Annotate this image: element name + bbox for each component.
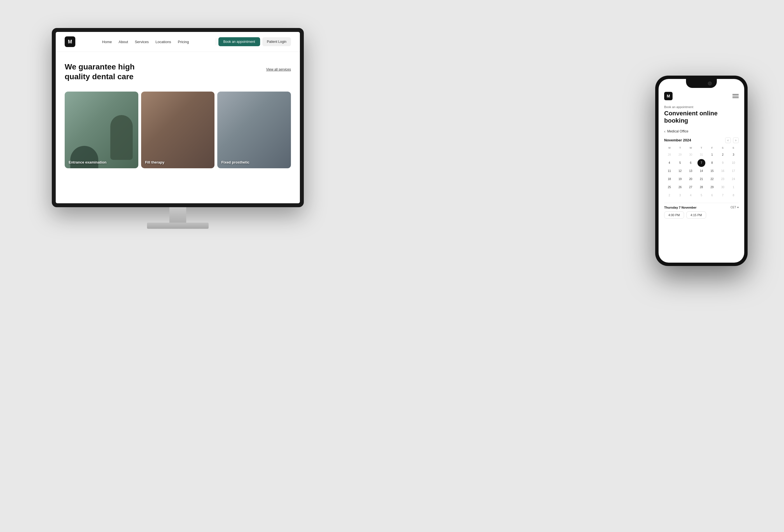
time-slots-container: 4:00 PM4:15 PM	[664, 212, 739, 219]
cal-cell-w5-d0: 2	[666, 192, 673, 199]
hero-title: We guarantee high quality dental care	[65, 62, 154, 82]
calendar-grid: 2829303112345678910111213141516171819202…	[664, 151, 739, 199]
calendar-navigation: ‹ ›	[725, 138, 739, 143]
nav-locations[interactable]: Locations	[156, 40, 171, 44]
nav-home[interactable]: Home	[102, 40, 112, 44]
cal-cell-w4-d2[interactable]: 27	[687, 184, 695, 191]
cal-cell-w1-d0[interactable]: 4	[666, 159, 673, 167]
calendar-header: November 2024 ‹ ›	[664, 138, 739, 143]
day-label-sat: S	[717, 146, 728, 150]
monitor-screen: M Home About Services Locations Pricing …	[56, 32, 300, 203]
phone-main-title: Convenient online booking	[664, 110, 739, 124]
back-chevron-icon: ‹	[664, 129, 666, 134]
service-card-prosthetic[interactable]: Fixed prosthetic	[217, 91, 291, 168]
service-card-examination[interactable]: Entrance examination	[65, 91, 138, 168]
phone-back-nav[interactable]: ‹ Medical Office	[664, 129, 739, 134]
service-cards-section: Entrance examination Fill therapy Fixed …	[56, 87, 300, 168]
cal-cell-w2-d1[interactable]: 12	[676, 167, 684, 175]
nav-services[interactable]: Services	[135, 40, 149, 44]
doctor-silhouette	[110, 115, 133, 160]
website-nav: M Home About Services Locations Pricing …	[56, 32, 300, 52]
card-inner-prosthetic	[217, 91, 291, 168]
nav-buttons: Book an appointment Patient Login	[216, 37, 291, 46]
cal-cell-w3-d3[interactable]: 21	[698, 175, 705, 183]
time-slot-1[interactable]: 4:15 PM	[686, 212, 706, 219]
cal-cell-w2-d3[interactable]: 14	[698, 167, 705, 175]
monitor-stand-neck	[169, 207, 186, 223]
cal-cell-w1-d4[interactable]: 8	[708, 159, 716, 167]
selected-date-label: Thursday 7 November	[664, 206, 697, 209]
calendar-month-label: November 2024	[664, 138, 691, 142]
service-card-label-2: Fixed prosthetic	[221, 160, 249, 164]
timezone-value: CET	[730, 206, 736, 209]
day-label-fri: F	[707, 146, 717, 150]
time-slot-0[interactable]: 4:00 PM	[664, 212, 684, 219]
calendar: November 2024 ‹ › M T W T F S S	[664, 138, 739, 199]
hamburger-menu[interactable]	[732, 94, 739, 98]
calendar-prev-button[interactable]: ‹	[725, 138, 731, 143]
back-nav-label: Medical Office	[667, 129, 689, 133]
cal-cell-w2-d0[interactable]: 11	[666, 167, 673, 175]
cal-cell-w4-d4[interactable]: 29	[708, 184, 716, 191]
view-all-services-link[interactable]: View all services	[266, 67, 291, 72]
patient-login-button[interactable]: Patient Login	[262, 37, 291, 46]
cal-cell-w1-d2[interactable]: 6	[687, 159, 695, 167]
cal-cell-w0-d5[interactable]: 2	[719, 151, 727, 159]
cal-cell-w1-d1[interactable]: 5	[676, 159, 684, 167]
book-appointment-button[interactable]: Book an appointment	[218, 37, 260, 46]
cal-cell-w5-d5: 7	[719, 192, 727, 199]
monitor-frame: M Home About Services Locations Pricing …	[52, 28, 304, 207]
cal-cell-w4-d0[interactable]: 25	[666, 184, 673, 191]
monitor-display: M Home About Services Locations Pricing …	[52, 28, 304, 230]
nav-pricing[interactable]: Pricing	[178, 40, 189, 44]
cal-cell-w2-d2[interactable]: 13	[687, 167, 695, 175]
phone-top-bar: M	[664, 91, 739, 100]
day-label-wed: W	[685, 146, 696, 150]
cal-cell-w1-d3[interactable]: 7	[698, 159, 705, 167]
cal-cell-w0-d0: 28	[666, 151, 673, 159]
service-card-therapy[interactable]: Fill therapy	[141, 91, 215, 168]
cal-cell-w0-d2: 30	[687, 151, 695, 159]
day-label-tue: T	[675, 146, 685, 150]
cal-cell-w4-d5: 30	[719, 184, 727, 191]
cal-cell-w4-d3[interactable]: 28	[698, 184, 705, 191]
phone-frame: M Book an appointment Convenient online …	[655, 76, 748, 266]
phone-booking-label: Book an appointment	[664, 105, 739, 109]
cal-cell-w0-d6[interactable]: 3	[729, 151, 737, 159]
cal-cell-w5-d2: 4	[687, 192, 695, 199]
cal-cell-w5-d6: 8	[729, 192, 737, 199]
card-inner-examination	[65, 91, 138, 168]
cal-cell-w5-d4: 6	[708, 192, 716, 199]
calendar-days-header: M T W T F S S	[664, 146, 739, 150]
cal-cell-w4-d6: 1	[729, 184, 737, 191]
cal-cell-w3-d2[interactable]: 20	[687, 175, 695, 183]
patient-silhouette	[70, 146, 98, 168]
cal-cell-w1-d5: 9	[719, 159, 727, 167]
nav-about[interactable]: About	[118, 40, 128, 44]
cal-cell-w3-d5: 23	[719, 175, 727, 183]
website-logo: M	[65, 36, 75, 47]
monitor-stand-base	[147, 223, 208, 229]
day-label-mon: M	[664, 146, 675, 150]
nav-divider	[216, 38, 216, 45]
day-label-sun: S	[728, 146, 739, 150]
service-card-label-1: Fill therapy	[145, 160, 164, 164]
cal-cell-w2-d4[interactable]: 15	[708, 167, 716, 175]
card-inner-therapy	[141, 91, 215, 168]
day-label-thu: T	[696, 146, 707, 150]
cal-cell-w3-d0[interactable]: 18	[666, 175, 673, 183]
calendar-next-button[interactable]: ›	[733, 138, 739, 143]
cal-cell-w3-d4[interactable]: 22	[708, 175, 716, 183]
cal-cell-w0-d4[interactable]: 1	[708, 151, 716, 159]
cal-cell-w0-d3: 31	[698, 151, 705, 159]
cal-cell-w2-d6: 17	[729, 167, 737, 175]
timezone-selector[interactable]: CET ▾	[730, 206, 739, 209]
phone-logo: M	[664, 92, 673, 100]
cal-cell-w4-d1[interactable]: 26	[676, 184, 684, 191]
cal-cell-w3-d1[interactable]: 19	[676, 175, 684, 183]
cal-cell-w5-d1: 3	[676, 192, 684, 199]
service-card-label-0: Entrance examination	[68, 160, 106, 164]
phone-notch	[686, 79, 717, 88]
phone-content: M Book an appointment Convenient online …	[659, 79, 744, 263]
cal-cell-w1-d6: 10	[729, 159, 737, 167]
